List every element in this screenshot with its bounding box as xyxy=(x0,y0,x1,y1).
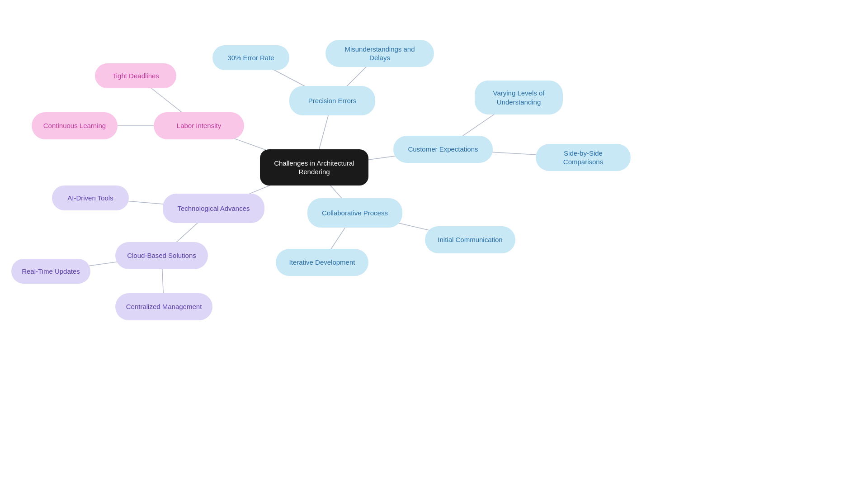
node-label-misunderstandings-delays: Misunderstandings and Delays xyxy=(326,39,434,68)
node-30-error-rate[interactable]: 30% Error Rate xyxy=(212,45,289,70)
node-label-side-by-side: Side-by-Side Comparisons xyxy=(536,143,631,172)
node-varying-levels[interactable]: Varying Levels of Understanding xyxy=(475,81,563,114)
node-collaborative-process[interactable]: Collaborative Process xyxy=(307,198,402,228)
node-labor-intensity[interactable]: Labor Intensity xyxy=(154,112,244,139)
node-real-time-updates[interactable]: Real-Time Updates xyxy=(11,259,90,284)
node-label-real-time-updates: Real-Time Updates xyxy=(13,262,89,281)
node-continuous-learning[interactable]: Continuous Learning xyxy=(32,112,118,139)
node-label-precision-errors: Precision Errors xyxy=(299,91,366,111)
node-label-iterative-development: Iterative Development xyxy=(280,252,364,272)
node-side-by-side[interactable]: Side-by-Side Comparisons xyxy=(536,144,631,171)
node-ai-driven-tools[interactable]: AI-Driven Tools xyxy=(52,186,129,210)
node-label-initial-communication: Initial Communication xyxy=(429,230,511,250)
center-label: Challenges in ArchitecturalRendering xyxy=(265,153,363,182)
center-node[interactable]: Challenges in ArchitecturalRendering xyxy=(260,149,368,186)
node-centralized-management[interactable]: Centralized Management xyxy=(115,293,212,320)
node-label-labor-intensity: Labor Intensity xyxy=(168,116,230,136)
node-label-continuous-learning: Continuous Learning xyxy=(34,116,115,136)
node-iterative-development[interactable]: Iterative Development xyxy=(276,249,368,276)
node-label-centralized-management: Centralized Management xyxy=(117,297,211,317)
node-label-technological-advances: Technological Advances xyxy=(168,199,259,219)
node-cloud-based[interactable]: Cloud-Based Solutions xyxy=(115,242,208,269)
node-label-ai-driven-tools: AI-Driven Tools xyxy=(58,188,122,208)
node-label-varying-levels: Varying Levels of Understanding xyxy=(475,83,563,112)
node-technological-advances[interactable]: Technological Advances xyxy=(163,194,264,223)
node-tight-deadlines[interactable]: Tight Deadlines xyxy=(95,63,176,88)
node-label-customer-expectations: Customer Expectations xyxy=(399,139,487,159)
node-label-collaborative-process: Collaborative Process xyxy=(313,203,397,223)
node-precision-errors[interactable]: Precision Errors xyxy=(289,86,375,115)
node-customer-expectations[interactable]: Customer Expectations xyxy=(393,136,493,163)
node-label-tight-deadlines: Tight Deadlines xyxy=(103,66,168,86)
node-misunderstandings-delays[interactable]: Misunderstandings and Delays xyxy=(326,40,434,67)
node-initial-communication[interactable]: Initial Communication xyxy=(425,226,515,253)
node-label-cloud-based: Cloud-Based Solutions xyxy=(118,246,205,266)
node-label-30-error-rate: 30% Error Rate xyxy=(218,48,283,68)
